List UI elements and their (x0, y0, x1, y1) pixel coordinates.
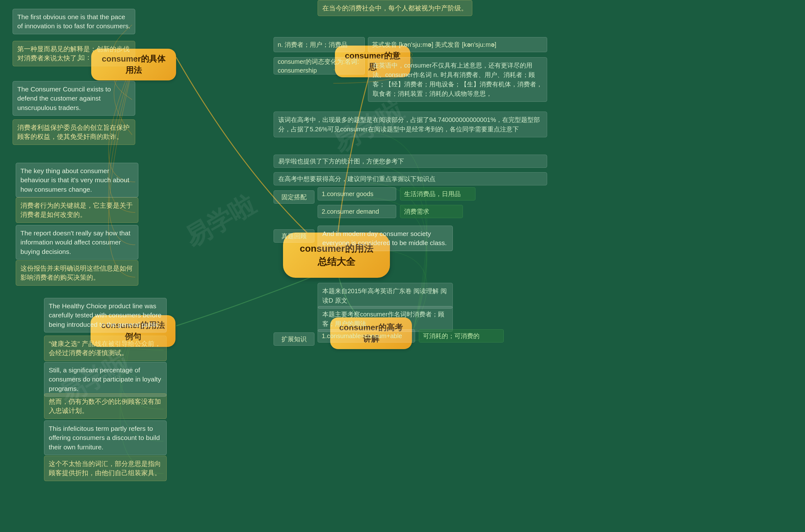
consumership-text: consumer的词态变化为:名词: consumership (278, 57, 361, 75)
leaf-lb4: 然而，仍有为数不少的比例顾客没有加入忠诚计划。 (44, 394, 167, 419)
node-real-review-source: 本题来自2015年高考英语广东卷 阅读理解 阅读D 原文 (317, 283, 453, 308)
leaf-lb3: Still, a significant percentage of consu… (44, 362, 167, 397)
mind-map: consumer的用法总结大全 consumer的具体用法 如： The fir… (0, 0, 805, 532)
node-expand-label: 扩展知识 (274, 332, 314, 346)
real-review-source: 本题来自2015年高考英语广东卷 阅读理解 阅读D 原文 (322, 287, 447, 304)
pronunciation-text: 英式发音 [kən'sjuːmə] 美式发音 [kən'sjuːmə] (372, 40, 496, 49)
leaf-lt1: The first obvious one is that the pace o… (13, 9, 135, 34)
leaf-lm2: 消费者行为的关键就是，它主要是关于消费者是如何改变的。 (16, 197, 139, 223)
node-real-review-en: And in modern day consumer society every… (317, 226, 453, 251)
node-real-review-label: 真题回顾 (274, 229, 314, 243)
leaf-lt4-text: 消费者利益保护委员会的创立旨在保护顾客的权益，使其免受奸商的欺诈。 (17, 124, 130, 140)
leaf-lt4: 消费者利益保护委员会的创立旨在保护顾客的权益，使其免受奸商的欺诈。 (13, 119, 135, 145)
leaf-lb6-text: 这个不太恰当的词汇，部分意思是指向顾客提供折扣，由他们自己组装家具。 (49, 460, 161, 476)
consumable-result: 可消耗的；可消费的 (423, 331, 479, 340)
leaf-lb1: The Healthy Choice product line was care… (44, 298, 167, 332)
consumer-demand-result: 消费需求 (404, 207, 429, 216)
leaf-lm2-text: 消费者行为的关键就是，它主要是关于消费者是如何改变的。 (20, 202, 133, 218)
node-consumer-demand-result: 消费需求 (400, 205, 463, 218)
gaoscore-tip-text: 在高考中想要获得高分，建议同学们重点掌握以下知识点 (278, 174, 436, 184)
leaf-lt3-text: The Consumer Council exists to defend th… (17, 86, 111, 111)
real-review-note: 本题主要考察consumer作名词时消费者；顾客；用户的用法 (322, 311, 444, 327)
yixuele-chart-text: 易学啦也提供了下方的统计图，方便您参考下 (278, 156, 404, 166)
leaf-lt3: The Consumer Council exists to defend th… (13, 81, 135, 116)
node-real-review-cn: 在当今的消费社会中，每个人都被视为中产阶级。 (317, 0, 472, 16)
node-consumer-info: 在英语中，consumer不仅具有上述意思，还有更详尽的用法。consumer作… (368, 57, 547, 102)
node-consumable-result: 可消耗的；可消费的 (419, 329, 504, 343)
node-pronunciation: 英式发音 [kən'sjuːmə] 美式发音 [kən'sjuːmə] (368, 37, 547, 52)
consumer-demand-label: 2.consumer demand (322, 207, 379, 216)
node-real-review-note: 本题主要考察consumer作名词时消费者；顾客；用户的用法 (317, 306, 453, 332)
leaf-lm1: The key thing about consumer behaviour i… (16, 163, 139, 197)
leaf-lb2: "健康之选" 产品线在被引导给公众前，会经过消费者的谨慎测试。 (44, 336, 167, 361)
node-consumer-goods: 1.consumer goods (317, 187, 396, 201)
leaf-lm3: The report doesn't really say how that i… (16, 225, 139, 260)
node-gaokao-stat: 该词在高考中，出现最多的题型是在阅读部分，占据了94.7400000000000… (274, 112, 547, 137)
consumer-goods-result: 生活消费品，日用品 (404, 189, 461, 198)
leaf-lb5-text: This infelicitous term partly refers to … (49, 425, 160, 451)
watermark-1: 易学啦 (179, 188, 261, 255)
real-review-cn: 在当今的消费社会中，每个人都被视为中产阶级。 (322, 4, 468, 12)
node-meaning-n: n. 消费者；用户；消费品 (274, 37, 365, 52)
consumer-goods-label: 1.consumer goods (322, 189, 373, 198)
leaf-lb1-text: The Healthy Choice product line was care… (49, 302, 161, 328)
expand-label: 扩展知识 (281, 335, 307, 343)
leaf-lm1-text: The key thing about consumer behaviour i… (20, 167, 129, 193)
leaf-lb2-text: "健康之选" 产品线在被引导给公众前，会经过消费者的谨慎测试。 (49, 340, 161, 356)
gaokao-stat-text: 该词在高考中，出现最多的题型是在阅读部分，占据了94.7400000000000… (278, 116, 540, 133)
leaf-lm4-text: 这份报告并未明确说明这些信息是如何影响消费者的购买决策的。 (20, 265, 133, 281)
node-consumer-goods-result: 生活消费品，日用品 (400, 187, 475, 201)
node-consumership: consumer的词态变化为:名词: consumership (274, 57, 365, 75)
consumer-info-text: 在英语中，consumer不仅具有上述意思，还有更详尽的用法。consumer作… (373, 62, 543, 97)
meaning-n-text: n. 消费者；用户；消费品 (278, 40, 347, 49)
node-consumable: 1.consumable=consum+able (317, 329, 415, 343)
leaf-lt2-text: 第一种显而易见的解释是：创新的步伐对消费者来说太快了。 (17, 45, 130, 62)
leaf-lb5: This infelicitous term partly refers to … (44, 420, 167, 455)
leaf-lt1-text: The first obvious one is that the pace o… (17, 13, 130, 30)
leaf-lt2: 第一种显而易见的解释是：创新的步伐对消费者来说太快了。 (13, 41, 135, 66)
real-review-en: And in modern day consumer society every… (322, 230, 447, 246)
node-fixed-match-label: 固定搭配 (274, 190, 314, 204)
leaf-lm3-text: The report doesn't really say how that i… (20, 229, 130, 255)
node-yixuele-chart: 易学啦也提供了下方的统计图，方便您参考下 (274, 155, 547, 168)
node-gaoscore-tip: 在高考中想要获得高分，建议同学们重点掌握以下知识点 (274, 172, 547, 185)
consumable-text: 1.consumable=consum+able (322, 331, 402, 340)
leaf-lb6: 这个不太恰当的词汇，部分意思是指向顾客提供折扣，由他们自己组装家具。 (44, 456, 167, 481)
leaf-lm4: 这份报告并未明确说明这些信息是如何影响消费者的购买决策的。 (16, 260, 139, 286)
real-review-label: 真题回顾 (281, 232, 307, 241)
leaf-lb3-text: Still, a significant percentage of consu… (49, 366, 161, 392)
node-consumer-demand: 2.consumer demand (317, 205, 396, 218)
fixed-match-label: 固定搭配 (281, 193, 307, 202)
leaf-lb4-text: 然而，仍有为数不少的比例顾客没有加入忠诚计划。 (49, 398, 161, 414)
